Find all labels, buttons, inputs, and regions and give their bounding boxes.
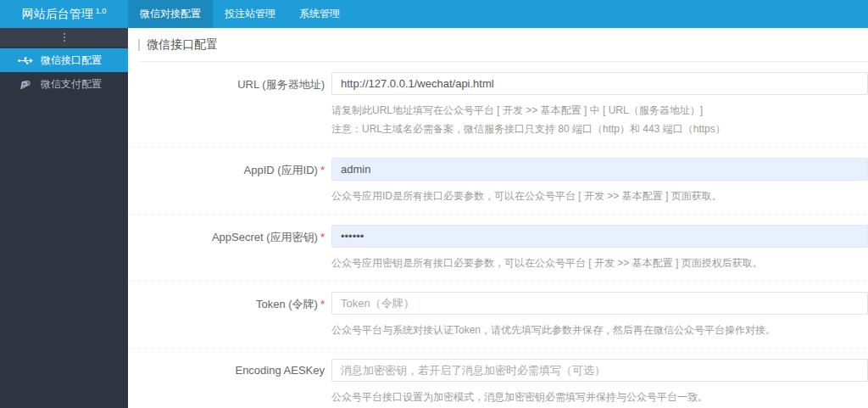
tab-label: 系统管理: [299, 8, 340, 20]
url-help-line1: 请复制此URL地址填写在公众号平台 [ 开发 >> 基本配置 ] 中 [ URL…: [331, 103, 868, 118]
url-field-col: 请复制此URL地址填写在公众号平台 [ 开发 >> 基本配置 ] 中 [ URL…: [325, 72, 868, 137]
aeskey-help: 公众号平台接口设置为加密模式，消息加密密钥必需填写并保持与公众号平台一致。: [331, 389, 868, 405]
sidebar-collapse-toggle[interactable]: [0, 28, 128, 47]
title-marker-bar: [138, 39, 140, 51]
tab-betting-station[interactable]: 投注站管理: [213, 0, 287, 28]
url-input[interactable]: [331, 72, 868, 95]
tab-label: 投注站管理: [225, 8, 275, 20]
appid-help: 公众号应用ID是所有接口必要参数，可以在公众号平台 [ 开发 >> 基本配置 ]…: [331, 188, 868, 204]
url-label-text: URL (服务器地址): [237, 78, 325, 91]
sidebar: 微信接口配置 P P 微信支付配置: [0, 28, 128, 408]
ellipsis-vertical-icon: [64, 33, 65, 35]
top-nav: 微信对接配置 投注站管理 系统管理: [128, 0, 352, 28]
app-title-text: 网站后台管理: [22, 7, 93, 22]
paypal-icon: P P: [18, 78, 33, 90]
ellipsis-vertical-icon: [64, 40, 65, 42]
sidebar-item-label: 微信接口配置: [41, 53, 102, 68]
form-row-token: Token (令牌)* 公众号平台与系统对接认证Token，请优先填写此参数并保…: [128, 282, 868, 349]
top-header: 网站后台管理 1.0 微信对接配置 投注站管理 系统管理: [0, 0, 868, 28]
tab-label: 微信对接配置: [140, 8, 201, 20]
page-header: 微信接口配置: [138, 28, 868, 62]
main-content: 微信接口配置 URL (服务器地址) 请复制此URL地址填写在公众号平台 [ 开…: [128, 28, 868, 408]
tab-system[interactable]: 系统管理: [287, 0, 352, 28]
sidebar-item-label: 微信支付配置: [41, 77, 102, 92]
aeskey-field-col: 公众号平台接口设置为加密模式，消息加密密钥必需填写并保持与公众号平台一致。: [325, 359, 868, 405]
app-version: 1.0: [96, 7, 107, 15]
wechat-interface-form: URL (服务器地址) 请复制此URL地址填写在公众号平台 [ 开发 >> 基本…: [128, 62, 868, 408]
form-row-appsecret: AppSecret (应用密钥)* 公众号应用密钥是所有接口必要参数，可以在公众…: [128, 215, 868, 282]
appsecret-help: 公众号应用密钥是所有接口必要参数，可以在公众号平台 [ 开发 >> 基本配置 ]…: [331, 255, 868, 271]
svg-text:P: P: [20, 79, 28, 90]
ellipsis-vertical-icon: [64, 36, 65, 38]
tab-wechat-config[interactable]: 微信对接配置: [128, 0, 213, 28]
aeskey-label: Encoding AESKey: [128, 359, 325, 405]
appsecret-label-text: AppSecret (应用密钥): [212, 231, 318, 243]
token-input[interactable]: [331, 292, 868, 315]
appid-label: AppID (应用ID)*: [128, 158, 325, 204]
token-field-col: 公众号平台与系统对接认证Token，请优先填写此参数并保存，然后再在微信公众号平…: [325, 292, 868, 338]
sidebar-item-wechat-interface[interactable]: 微信接口配置: [0, 48, 128, 72]
url-label: URL (服务器地址): [128, 72, 325, 137]
url-help-line2: 注意：URL主域名必需备案，微信服务接口只支持 80 端口（http）和 443…: [331, 121, 868, 137]
token-help: 公众号平台与系统对接认证Token，请优先填写此参数并保存，然后再在微信公众号平…: [331, 322, 868, 338]
form-row-url: URL (服务器地址) 请复制此URL地址填写在公众号平台 [ 开发 >> 基本…: [128, 62, 868, 148]
aeskey-label-text: Encoding AESKey: [235, 364, 325, 377]
sidebar-item-wechat-pay[interactable]: P P 微信支付配置: [0, 72, 128, 96]
form-row-appid: AppID (应用ID)* 公众号应用ID是所有接口必要参数，可以在公众号平台 …: [128, 148, 868, 215]
token-label: Token (令牌)*: [128, 292, 325, 338]
aeskey-input[interactable]: [331, 359, 868, 382]
appsecret-label: AppSecret (应用密钥)*: [128, 225, 325, 271]
appid-input[interactable]: [331, 158, 868, 181]
token-label-text: Token (令牌): [256, 298, 318, 310]
appsecret-field-col: 公众号应用密钥是所有接口必要参数，可以在公众号平台 [ 开发 >> 基本配置 ]…: [325, 225, 868, 271]
appid-label-text: AppID (应用ID): [244, 164, 318, 176]
form-row-aeskey: Encoding AESKey 公众号平台接口设置为加密模式，消息加密密钥必需填…: [128, 349, 868, 408]
app-title[interactable]: 网站后台管理 1.0: [0, 0, 128, 28]
appsecret-input[interactable]: [331, 225, 868, 248]
usb-icon: [18, 56, 33, 65]
page-title: 微信接口配置: [147, 37, 218, 53]
appid-field-col: 公众号应用ID是所有接口必要参数，可以在公众号平台 [ 开发 >> 基本配置 ]…: [325, 158, 868, 204]
